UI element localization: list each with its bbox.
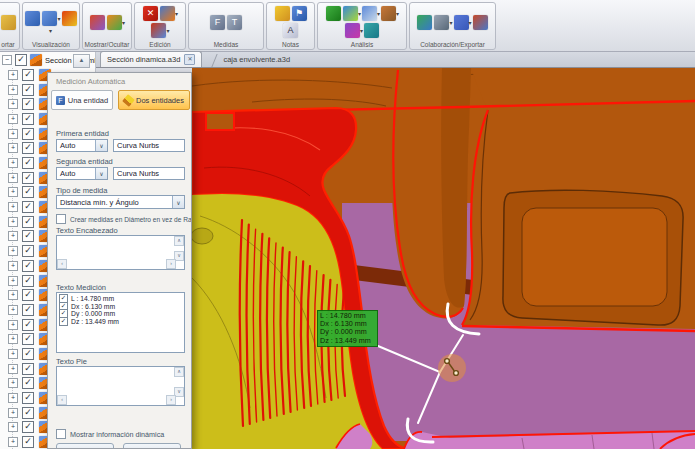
dropdown-arrow-icon[interactable]: ▾ [469, 19, 472, 26]
measure-text-list[interactable]: ✓L : 14.780 mm✓Dx : 6.130 mm✓Dy : 0.000 … [56, 292, 185, 353]
delete-x-icon[interactable]: ✕ [143, 6, 158, 21]
checkbox-checked-icon[interactable]: ✓ [22, 230, 34, 242]
checkbox-checked-icon[interactable]: ✓ [22, 348, 34, 360]
checkbox-checked-icon[interactable]: ✓ [22, 201, 34, 213]
checkbox-checked-icon[interactable]: ✓ [22, 363, 34, 375]
note-pencil-icon[interactable] [275, 6, 290, 21]
tree-row[interactable]: +✓ [0, 259, 51, 273]
search-info-icon[interactable] [362, 6, 377, 21]
diameter-checkbox[interactable]: Crear medidas en Diámetro en vez de Radi… [56, 214, 192, 224]
dropdown-arrow-icon[interactable]: ▾ [377, 10, 380, 17]
tree-row[interactable]: +✓ [0, 318, 51, 332]
tree-row[interactable]: +✓ [0, 156, 51, 170]
expand-icon[interactable]: + [8, 276, 18, 286]
tree-row[interactable]: +✓ [0, 435, 51, 449]
tree-row[interactable]: +✓ [0, 112, 51, 126]
tree-row[interactable]: +✓ [0, 376, 51, 390]
tree-row[interactable]: +✓ [0, 200, 51, 214]
header-text-area[interactable]: ∧ ∨ ‹ › [56, 235, 185, 270]
tree-row[interactable]: +✓ [0, 229, 51, 243]
dropdown-arrow-icon[interactable]: ▾ [122, 19, 125, 26]
tree-row[interactable]: +✓ [0, 83, 51, 97]
measure-clamp-icon[interactable]: T [227, 15, 242, 30]
dropdown-arrow-icon[interactable]: ▾ [57, 15, 60, 22]
3d-viewport[interactable]: L : 14.780 mmDx : 6.130 mmDy : 0.000 mmD… [192, 68, 695, 449]
checkbox-checked-icon[interactable]: ✓ [22, 157, 34, 169]
dropdown-arrow-icon[interactable]: ▾ [166, 27, 169, 34]
first-entity-mode-select[interactable]: Auto ∨ [56, 139, 108, 152]
draft-analysis-icon[interactable] [343, 6, 358, 21]
expand-icon[interactable]: + [8, 320, 18, 330]
expand-icon[interactable]: + [8, 217, 18, 227]
checkbox-checked-icon[interactable]: ✓ [22, 436, 34, 448]
dropdown-arrow-icon[interactable]: ▾ [358, 10, 361, 17]
scroll-right-icon[interactable]: › [166, 395, 176, 405]
expand-icon[interactable]: + [8, 408, 18, 418]
tree-row[interactable]: +✓ [0, 141, 51, 155]
first-entity-value-field[interactable]: Curva Nurbs [113, 139, 185, 152]
view-cylinder-icon[interactable] [25, 11, 40, 26]
checkbox-checked-icon[interactable]: ✓ [22, 333, 34, 345]
expand-icon[interactable]: + [8, 85, 18, 95]
expand-icon[interactable]: + [8, 70, 18, 80]
checkbox-checked-icon[interactable]: ✓ [22, 84, 34, 96]
checkbox-checked-icon[interactable]: ✓ [22, 98, 34, 110]
expand-icon[interactable]: + [8, 305, 18, 315]
checkbox-checked-icon[interactable]: ✓ [22, 245, 34, 257]
tab-two-entities[interactable]: Dos entidades [118, 90, 190, 110]
measure-item[interactable]: ✓Dx : 6.130 mm [59, 303, 184, 311]
section-analysis-icon[interactable] [381, 6, 396, 21]
expand-icon[interactable]: + [8, 202, 18, 212]
expand-icon[interactable]: + [8, 422, 18, 432]
checkbox-checked-icon[interactable]: ✓ [22, 392, 34, 404]
scroll-left-icon[interactable]: ‹ [57, 395, 67, 405]
tree-row[interactable]: +✓ [0, 406, 51, 420]
hide-cube-icon[interactable] [107, 15, 122, 30]
checkbox-checked-icon[interactable]: ✓ [22, 319, 34, 331]
expand-icon[interactable]: + [8, 173, 18, 183]
tree-row[interactable]: +✓ [0, 68, 51, 82]
edit-cube-icon[interactable] [160, 6, 175, 21]
tree-row[interactable]: +✓ [0, 391, 51, 405]
note-flag-icon[interactable]: ⚑ [292, 6, 307, 21]
tree-row[interactable]: +✓ [0, 347, 51, 361]
dropdown-arrow-icon[interactable]: ▾ [175, 10, 178, 17]
tree-row[interactable]: +✓ [0, 362, 51, 376]
expand-icon[interactable]: + [8, 158, 18, 168]
scroll-left-icon[interactable]: ‹ [57, 259, 67, 269]
thickness-analysis-icon[interactable] [364, 23, 379, 38]
tree-row[interactable]: +✓ [0, 274, 51, 288]
show-cube-icon[interactable] [90, 15, 105, 30]
export-package-icon[interactable] [473, 15, 488, 30]
checkbox-checked-icon[interactable]: ✓ [22, 172, 34, 184]
tree-row[interactable]: +✓ [0, 171, 51, 185]
checkbox-checked-icon[interactable]: ✓ [22, 275, 34, 287]
checkbox-checked-icon[interactable]: ✓ [22, 407, 34, 419]
transform-cube-icon[interactable] [151, 23, 166, 38]
checkbox-checked-icon[interactable]: ✓ [22, 142, 34, 154]
measure-item[interactable]: ✓Dz : 13.449 mm [59, 318, 184, 326]
expand-icon[interactable]: + [8, 349, 18, 359]
checkbox-checked-icon[interactable]: ✓ [22, 377, 34, 389]
expand-icon[interactable]: + [8, 129, 18, 139]
mold-analysis-icon[interactable] [345, 23, 360, 38]
dropdown-arrow-icon[interactable]: ▾ [49, 27, 52, 34]
expand-icon[interactable]: + [8, 334, 18, 344]
export-media-icon[interactable] [454, 15, 469, 30]
dialog-footer-button[interactable] [123, 443, 181, 449]
checkbox-checked-icon[interactable]: ✓ [22, 260, 34, 272]
tree-row[interactable]: +✓ [0, 420, 51, 434]
tab-caja-envolvente[interactable]: caja envolvente.a3d [217, 52, 296, 67]
measure-type-select[interactable]: Distancia mín. y Ángulo ∨ [56, 195, 185, 209]
expand-icon[interactable]: + [8, 143, 18, 153]
tree-row[interactable]: +✓ [0, 244, 51, 258]
checkbox-checked-icon[interactable]: ✓ [22, 289, 34, 301]
expand-icon[interactable]: + [8, 437, 18, 447]
expand-icon[interactable]: + [8, 393, 18, 403]
tree-row[interactable]: +✓ [0, 127, 51, 141]
measurement-label[interactable]: L : 14.780 mmDx : 6.130 mmDy : 0.000 mmD… [317, 310, 378, 347]
checkbox-checked-icon[interactable]: ✓ [22, 216, 34, 228]
dropdown-arrow-icon[interactable]: ▾ [449, 19, 452, 26]
expand-icon[interactable]: + [8, 246, 18, 256]
dropdown-arrow-icon[interactable]: ▾ [360, 27, 363, 34]
